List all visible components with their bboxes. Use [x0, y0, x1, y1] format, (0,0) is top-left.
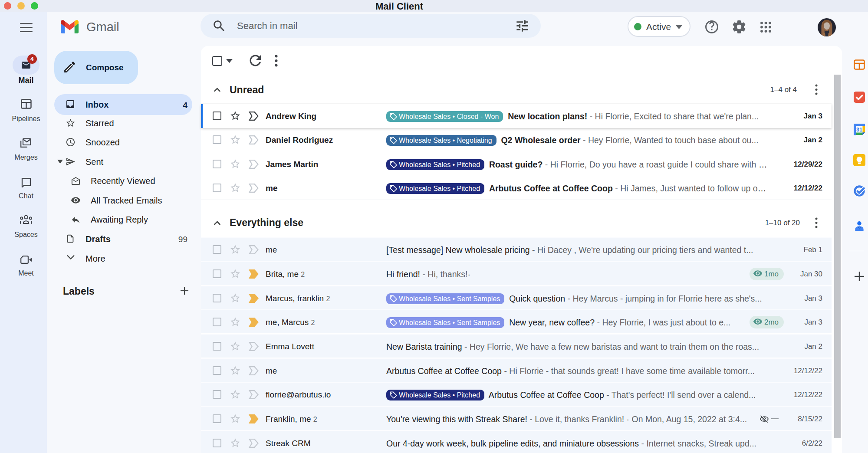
svg-text:31: 31 — [856, 127, 862, 133]
